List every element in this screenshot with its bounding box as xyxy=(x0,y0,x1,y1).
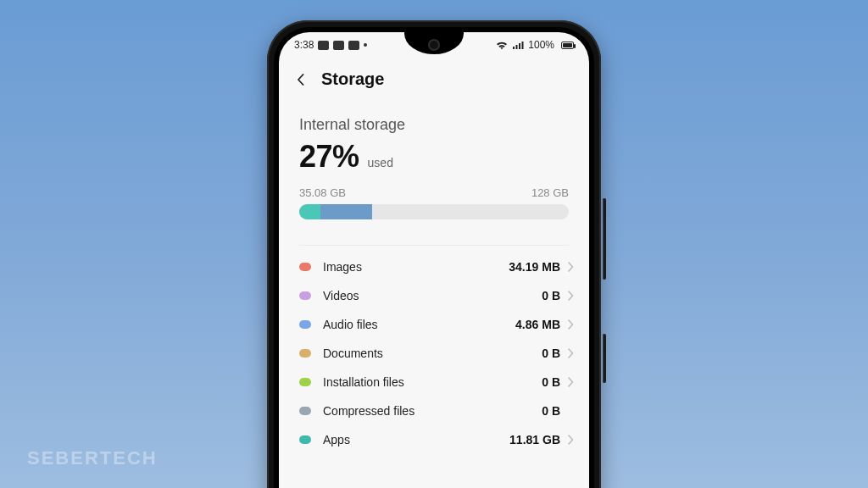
category-label: Videos xyxy=(311,289,542,302)
category-label: Compressed files xyxy=(311,404,542,418)
wifi-icon xyxy=(496,41,508,50)
page-title: Storage xyxy=(321,69,384,89)
usage-bar-segment xyxy=(320,204,371,219)
category-label: Audio files xyxy=(311,318,515,331)
volume-button[interactable] xyxy=(603,198,606,280)
gallery-icon xyxy=(318,41,329,50)
page-header: Storage xyxy=(279,58,589,94)
category-row[interactable]: Compressed files0 B xyxy=(299,396,577,425)
category-value: 34.19 MB xyxy=(509,260,564,274)
category-value: 0 B xyxy=(542,375,564,389)
category-row[interactable]: Videos0 B xyxy=(299,281,577,310)
category-label: Installation files xyxy=(311,375,542,389)
usage-bar-segment xyxy=(299,204,320,219)
phone-bezel: 3:38 100% xyxy=(274,27,594,488)
chevron-right-icon xyxy=(564,291,577,301)
category-swatch xyxy=(299,378,311,386)
category-swatch xyxy=(299,291,311,300)
category-row[interactable]: Installation files0 B xyxy=(299,368,577,396)
category-swatch xyxy=(299,320,311,329)
svg-rect-1 xyxy=(516,45,518,49)
screenshot-icon xyxy=(333,41,344,50)
recording-icon xyxy=(348,41,359,50)
screen: 3:38 100% xyxy=(279,32,589,488)
category-value: 0 B xyxy=(542,347,564,360)
category-swatch xyxy=(299,349,311,358)
overview-used-label: used xyxy=(368,156,393,169)
category-swatch xyxy=(299,263,311,271)
svg-rect-2 xyxy=(519,43,520,49)
overview-used-amount: 35.08 GB xyxy=(299,186,346,199)
svg-rect-0 xyxy=(513,47,515,49)
divider xyxy=(299,245,569,246)
svg-rect-3 xyxy=(522,42,524,49)
storage-overview: Internal storage 27% used 35.08 GB 128 G… xyxy=(279,94,589,228)
category-row[interactable]: Images34.19 MB xyxy=(299,252,577,281)
chevron-right-icon xyxy=(564,377,577,387)
chevron-right-icon xyxy=(564,348,577,358)
back-button[interactable] xyxy=(292,71,309,88)
category-label: Apps xyxy=(311,433,509,446)
battery-icon xyxy=(559,42,574,49)
battery-text: 100% xyxy=(528,39,554,51)
category-value: 0 B xyxy=(542,289,564,302)
category-row[interactable]: Documents0 B xyxy=(299,339,577,368)
chevron-right-icon xyxy=(564,319,577,330)
status-time: 3:38 xyxy=(294,39,314,51)
category-label: Images xyxy=(311,260,509,274)
category-label: Documents xyxy=(311,347,542,360)
category-value: 0 B xyxy=(542,404,564,418)
chevron-right-icon xyxy=(564,435,577,445)
chevron-right-icon xyxy=(564,262,577,272)
category-list: Images34.19 MBVideos0 BAudio files4.86 M… xyxy=(279,252,589,454)
category-swatch xyxy=(299,435,311,444)
overview-section-label: Internal storage xyxy=(299,116,569,134)
category-swatch xyxy=(299,407,311,415)
category-value: 11.81 GB xyxy=(509,433,564,446)
category-row[interactable]: Audio files4.86 MB xyxy=(299,310,577,339)
overview-total-amount: 128 GB xyxy=(531,186,569,199)
signal-icon xyxy=(512,41,524,50)
overview-percent: 27% xyxy=(299,139,359,175)
category-value: 4.86 MB xyxy=(515,318,564,331)
power-button[interactable] xyxy=(603,334,606,383)
phone-frame: 3:38 100% xyxy=(267,20,601,488)
usage-bar xyxy=(299,204,569,219)
category-row[interactable]: Apps11.81 GB xyxy=(299,425,577,454)
more-dot-icon xyxy=(364,43,367,47)
watermark: SEBERTECH xyxy=(27,447,158,469)
